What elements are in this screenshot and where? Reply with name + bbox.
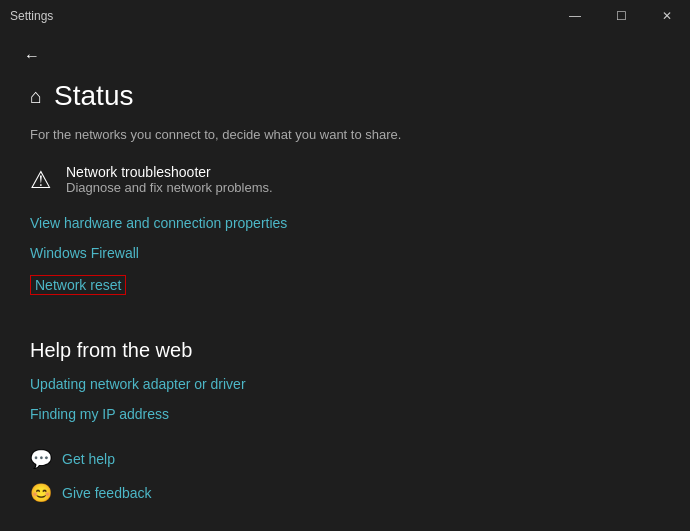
give-feedback-icon: 😊 bbox=[30, 482, 52, 504]
give-feedback-label: Give feedback bbox=[62, 485, 152, 501]
content-area: ← ⌂ Status For the networks you connect … bbox=[0, 32, 690, 531]
maximize-button[interactable]: ☐ bbox=[598, 0, 644, 32]
troubleshooter-text: Network troubleshooter Diagnose and fix … bbox=[66, 164, 273, 195]
get-help-label: Get help bbox=[62, 451, 115, 467]
back-icon: ← bbox=[24, 47, 40, 65]
nav-bar: ← bbox=[0, 32, 690, 80]
troubleshooter-row: ⚠ Network troubleshooter Diagnose and fi… bbox=[30, 164, 660, 195]
title-bar-left: Settings bbox=[10, 9, 53, 23]
close-button[interactable]: ✕ bbox=[644, 0, 690, 32]
minimize-button[interactable]: — bbox=[552, 0, 598, 32]
page-header: ⌂ Status bbox=[0, 80, 690, 126]
back-button[interactable]: ← bbox=[16, 40, 48, 72]
view-hardware-link[interactable]: View hardware and connection properties bbox=[30, 215, 660, 231]
settings-window: Settings — ☐ ✕ ← ⌂ Status bbox=[0, 0, 690, 531]
section-subtitle: For the networks you connect to, decide … bbox=[30, 126, 660, 144]
main-panel: ← ⌂ Status For the networks you connect … bbox=[0, 32, 690, 531]
help-link-0[interactable]: Updating network adapter or driver bbox=[30, 376, 660, 392]
network-reset-link[interactable]: Network reset bbox=[30, 275, 126, 295]
give-feedback-item[interactable]: 😊 Give feedback bbox=[30, 476, 660, 510]
warning-icon: ⚠ bbox=[30, 166, 52, 194]
troubleshooter-title[interactable]: Network troubleshooter bbox=[66, 164, 273, 180]
troubleshooter-description: Diagnose and fix network problems. bbox=[66, 180, 273, 195]
help-section: Help from the web Updating network adapt… bbox=[30, 339, 660, 422]
home-icon: ⌂ bbox=[30, 85, 42, 108]
title-bar-title: Settings bbox=[10, 9, 53, 23]
scroll-content[interactable]: For the networks you connect to, decide … bbox=[0, 126, 690, 531]
help-title: Help from the web bbox=[30, 339, 660, 362]
page-title-row: ⌂ Status bbox=[30, 80, 660, 112]
page-title: Status bbox=[54, 80, 133, 112]
title-bar: Settings — ☐ ✕ bbox=[0, 0, 690, 32]
get-help-icon: 💬 bbox=[30, 448, 52, 470]
windows-firewall-link[interactable]: Windows Firewall bbox=[30, 245, 660, 261]
get-help-item[interactable]: 💬 Get help bbox=[30, 442, 660, 476]
help-link-1[interactable]: Finding my IP address bbox=[30, 406, 660, 422]
title-bar-controls: — ☐ ✕ bbox=[552, 0, 690, 32]
